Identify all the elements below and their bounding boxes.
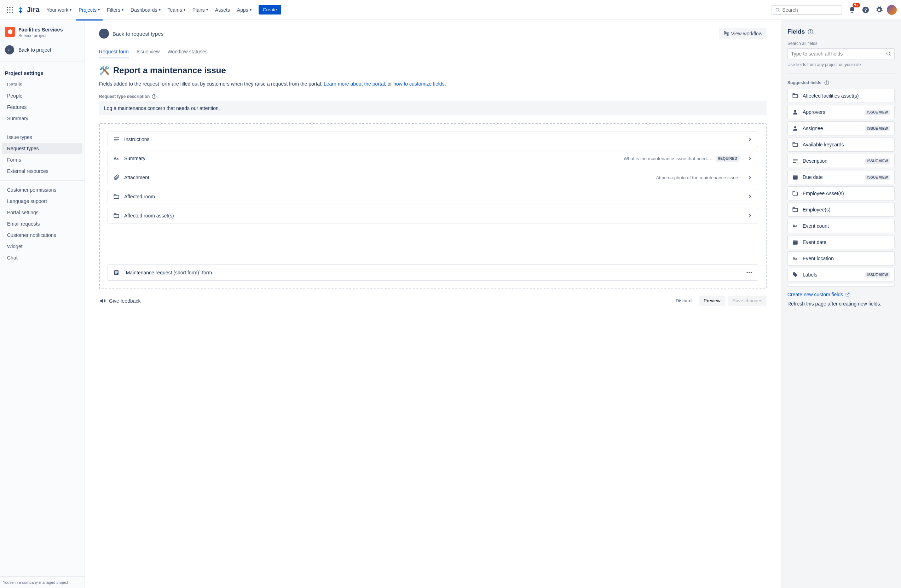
cal-icon xyxy=(792,239,799,246)
suggested-field-affected-facilities-asset-s-[interactable]: Affected facilities asset(s) xyxy=(787,89,895,103)
required-badge: REQUIRED xyxy=(716,156,739,162)
tab-issue-view[interactable]: Issue view xyxy=(137,47,159,58)
sidebar-item-portal-settings[interactable]: Portal settings xyxy=(2,207,83,218)
suggested-field-approvers[interactable]: ApproversISSUE VIEW xyxy=(787,105,895,119)
svg-line-10 xyxy=(778,11,779,12)
sidebar-item-email-requests[interactable]: Email requests xyxy=(2,218,83,229)
field-row-instructions[interactable]: Instructions xyxy=(108,132,758,147)
svg-rect-60 xyxy=(793,240,798,241)
svg-point-43 xyxy=(794,110,796,112)
request-type-description-label: Request type description xyxy=(99,94,767,99)
nav-plans[interactable]: Plans▾ xyxy=(190,5,211,15)
nav-filters[interactable]: Filters▾ xyxy=(104,5,126,15)
discard-button[interactable]: Discard xyxy=(672,296,696,306)
sidebar-item-features[interactable]: Features xyxy=(2,101,83,113)
suggested-field-labels[interactable]: LabelsISSUE VIEW xyxy=(787,268,895,282)
nav-apps[interactable]: Apps▾ xyxy=(234,5,254,15)
person-icon xyxy=(792,109,799,115)
text-icon: Aa xyxy=(113,155,120,162)
folder-icon xyxy=(792,190,799,197)
global-search[interactable] xyxy=(772,5,842,15)
suggested-field-description[interactable]: DescriptionISSUE VIEW xyxy=(787,154,895,168)
svg-point-1 xyxy=(9,7,10,8)
chevron-right-icon xyxy=(747,213,753,218)
refresh-hint: Refresh this page after creating new fie… xyxy=(787,301,895,306)
notifications-icon[interactable]: 9+ xyxy=(846,4,858,16)
sidebar-item-request-types[interactable]: Request types xyxy=(2,143,83,154)
fields-search[interactable] xyxy=(787,48,895,59)
svg-text:Aa: Aa xyxy=(114,156,119,160)
sidebar-item-details[interactable]: Details xyxy=(2,79,83,90)
sidebar-item-customer-permissions[interactable]: Customer permissions xyxy=(2,184,83,196)
field-row-summary[interactable]: AaSummaryWhat is the maintenance issue t… xyxy=(108,151,758,166)
sidebar-item-issue-types[interactable]: Issue types xyxy=(2,132,83,143)
request-type-description-value[interactable]: Log a maintenance concern that needs our… xyxy=(99,101,767,115)
top-nav: Jira Your work▾Projects▾Filters▾Dashboar… xyxy=(0,0,901,20)
field-row-attachment[interactable]: AttachmentAttach a photo of the maintena… xyxy=(108,170,758,185)
nav-your-work[interactable]: Your work▾ xyxy=(44,5,75,15)
svg-rect-46 xyxy=(793,143,795,143)
preview-button[interactable]: Preview xyxy=(699,296,725,306)
create-button[interactable]: Create xyxy=(259,5,281,14)
settings-icon[interactable] xyxy=(873,4,885,16)
cal-icon xyxy=(792,174,799,180)
tab-workflow-statuses[interactable]: Workflow statuses xyxy=(167,47,207,58)
svg-line-37 xyxy=(889,55,890,56)
view-workflow-button[interactable]: View workflow xyxy=(719,28,767,39)
create-custom-fields-link[interactable]: Create new custom fields xyxy=(787,292,895,297)
svg-rect-48 xyxy=(793,160,798,161)
app-switcher-icon[interactable] xyxy=(4,4,16,16)
suggested-field-event-location[interactable]: AaEvent location xyxy=(787,251,895,266)
svg-point-14 xyxy=(727,34,728,36)
issue-view-badge: ISSUE VIEW xyxy=(865,110,890,115)
avatar[interactable] xyxy=(887,5,897,15)
back-to-project[interactable]: ← Back to project xyxy=(0,42,84,58)
suggested-field-due-date[interactable]: Due dateISSUE VIEW xyxy=(787,170,895,184)
suggested-field-event-date[interactable]: Event date xyxy=(787,235,895,249)
text-icon: Aa xyxy=(792,223,799,229)
suggested-field-event-count[interactable]: AaEvent count xyxy=(787,219,895,233)
fields-search-input[interactable] xyxy=(791,51,886,57)
info-icon[interactable] xyxy=(824,80,829,85)
svg-rect-45 xyxy=(793,143,798,146)
sidebar-item-chat[interactable]: Chat xyxy=(2,252,83,263)
field-row-affected-room-asset-s-[interactable]: Affected room asset(s) xyxy=(108,208,758,224)
svg-rect-22 xyxy=(114,195,119,198)
info-icon[interactable] xyxy=(152,94,157,99)
nav-teams[interactable]: Teams▾ xyxy=(165,5,188,15)
svg-point-17 xyxy=(154,95,154,96)
info-icon[interactable] xyxy=(807,29,813,35)
svg-rect-55 xyxy=(793,191,795,192)
sidebar-item-summary[interactable]: Summary xyxy=(2,113,83,124)
back-to-request-types[interactable]: ← Back to request types xyxy=(99,29,164,39)
nav-dashboards[interactable]: Dashboards▾ xyxy=(128,5,164,15)
search-input[interactable] xyxy=(782,7,839,13)
field-row-affected-room[interactable]: Affected room xyxy=(108,189,758,204)
svg-point-40 xyxy=(826,82,827,82)
sidebar-item-language-support[interactable]: Language support xyxy=(2,196,83,207)
help-icon[interactable]: ? xyxy=(860,4,871,16)
nav-projects[interactable]: Projects▾ xyxy=(76,5,103,15)
suggested-field-more xyxy=(787,284,895,287)
suggested-field-employee-asset-s-[interactable]: Employee Asset(s) xyxy=(787,186,895,201)
sidebar-item-widget[interactable]: Widget xyxy=(2,241,83,252)
learn-more-link[interactable]: Learn more about the portal xyxy=(324,81,385,87)
folder-icon xyxy=(792,207,799,213)
linked-form-row[interactable]: `Maintenance request (short form)` form xyxy=(108,264,758,281)
sidebar-item-external-resources[interactable]: External resources xyxy=(2,165,83,177)
give-feedback-button[interactable]: Give feedback xyxy=(99,297,141,305)
customize-fields-link[interactable]: how to customize fields xyxy=(393,81,445,87)
nav-assets[interactable]: Assets xyxy=(212,5,233,15)
folder-icon xyxy=(792,142,799,148)
suggested-field-assignee[interactable]: AssigneeISSUE VIEW xyxy=(787,121,895,135)
jira-logo[interactable]: Jira xyxy=(17,6,40,14)
sidebar-item-forms[interactable]: Forms xyxy=(2,154,83,165)
suggested-field-available-keycards[interactable]: Available keycards xyxy=(787,138,895,152)
tab-request-form[interactable]: Request form xyxy=(99,47,129,58)
suggested-field-employee-s-[interactable]: Employee(s) xyxy=(787,202,895,217)
sidebar-item-customer-notifications[interactable]: Customer notifications xyxy=(2,229,83,241)
form-fields-dropzone: InstructionsAaSummaryWhat is the mainten… xyxy=(99,123,767,289)
more-icon[interactable] xyxy=(746,269,753,276)
sidebar-item-people[interactable]: People xyxy=(2,90,83,101)
svg-point-3 xyxy=(7,9,8,10)
